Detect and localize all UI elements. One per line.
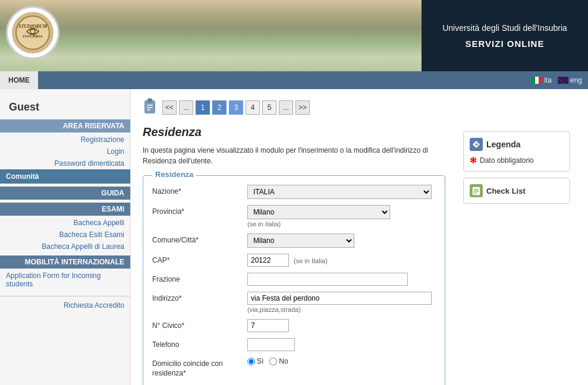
domicilio-no-label[interactable]: No bbox=[269, 357, 288, 365]
telefono-label: Telefono bbox=[152, 338, 247, 349]
cap-label: CAP* bbox=[152, 254, 247, 264]
servizi-online: SERVIZI ONLINE bbox=[466, 39, 545, 49]
sidebar-item-bacheca-laurea[interactable]: Bacheca Appelli di Laurea bbox=[0, 241, 130, 253]
domicilio-no-text: No bbox=[279, 357, 288, 365]
nazione-control: ITALIA bbox=[247, 185, 436, 199]
telefono-row: Telefono bbox=[152, 338, 436, 351]
lang-ita[interactable]: ita bbox=[532, 76, 552, 84]
page-4[interactable]: 4 bbox=[246, 100, 260, 115]
flag-italy bbox=[532, 77, 542, 84]
indirizzo-control: (via,piazza,strada) bbox=[247, 292, 436, 313]
cap-hint: (se in Italia) bbox=[294, 257, 328, 264]
legenda-icon: ✦ bbox=[470, 138, 483, 151]
nazione-select[interactable]: ITALIA bbox=[247, 185, 432, 199]
sidebar-item-bacheca-esiti[interactable]: Bacheca Esiti Esami bbox=[0, 229, 130, 241]
civico-label: N° Civico* bbox=[152, 319, 247, 330]
sidebar-item-bacheca-appelli[interactable]: Bacheca Appelli bbox=[0, 217, 130, 229]
indirizzo-hint: (via,piazza,strada) bbox=[247, 306, 436, 313]
sidebar-item-password[interactable]: Password dimenticata bbox=[0, 157, 130, 169]
lang-ita-label: ita bbox=[544, 76, 552, 84]
civico-input[interactable] bbox=[247, 319, 289, 332]
red-asterisk-icon: ✻ bbox=[470, 156, 477, 165]
domicilio-label: Domicilio coincide con residenza* bbox=[152, 357, 247, 378]
page-prev[interactable]: ... bbox=[179, 100, 193, 115]
frazione-input[interactable] bbox=[247, 273, 408, 286]
frazione-control bbox=[247, 273, 436, 286]
domicilio-si-radio[interactable] bbox=[247, 358, 255, 365]
checklist-label: Check List bbox=[486, 187, 526, 195]
university-name: Università degli Studi dell'Insubria bbox=[442, 23, 567, 34]
sidebar-item-registrazione[interactable]: Registrazione bbox=[0, 134, 130, 146]
indirizzo-input[interactable] bbox=[247, 292, 432, 305]
header: STUDIORUM INSUBRIA Università degli Stud… bbox=[0, 0, 588, 71]
domicilio-si-label[interactable]: Sì bbox=[247, 357, 263, 365]
cap-control: (se in Italia) bbox=[247, 254, 436, 267]
provincia-hint: (se in italia) bbox=[247, 220, 436, 228]
sidebar-item-login[interactable]: Login bbox=[0, 146, 130, 157]
home-button[interactable]: HOME bbox=[0, 71, 38, 89]
telefono-input[interactable] bbox=[247, 338, 295, 351]
sidebar-item-richiesta-accredito[interactable]: Richiesta Accredito bbox=[0, 299, 130, 311]
indirizzo-row: Indirizzo* (via,piazza,strada) bbox=[152, 292, 436, 313]
sidebar-header-guida: GUIDA bbox=[0, 187, 130, 200]
clipboard-icon-pagination bbox=[143, 98, 157, 116]
sidebar: Guest AREA RISERVATA Registrazione Login… bbox=[0, 89, 131, 385]
form-section-title: Residenza bbox=[152, 170, 196, 179]
legenda-label: Legenda bbox=[486, 140, 521, 149]
domicilio-no-radio[interactable] bbox=[269, 358, 277, 365]
header-text-block: Università degli Studi dell'Insubria SER… bbox=[422, 0, 588, 71]
domicilio-si-text: Sì bbox=[257, 357, 263, 365]
civico-control bbox=[247, 319, 436, 332]
main-layout: Guest AREA RISERVATA Registrazione Login… bbox=[0, 89, 588, 385]
sidebar-header-esami: ESAMI bbox=[0, 203, 130, 216]
comune-label: Comune/Città* bbox=[152, 233, 247, 244]
page-1[interactable]: 1 bbox=[196, 100, 210, 115]
comune-row: Comune/Città* Milano bbox=[152, 233, 436, 248]
dato-label: Dato obbligatorio bbox=[480, 156, 534, 165]
provincia-row: Provincia* Milano (se in italia) bbox=[152, 205, 436, 228]
nazione-label: Nazione* bbox=[152, 185, 247, 195]
main-content: << ... 1 2 3 4 5 ... >> Residenza In que… bbox=[131, 89, 588, 385]
provincia-select[interactable]: Milano bbox=[247, 205, 390, 219]
navbar: HOME ita eng bbox=[0, 71, 588, 89]
svg-rect-5 bbox=[147, 99, 152, 102]
page-3[interactable]: 3 bbox=[229, 100, 243, 115]
domicilio-control: Sì No bbox=[247, 357, 436, 365]
pagination: << ... 1 2 3 4 5 ... >> bbox=[143, 98, 576, 116]
sidebar-header-mobilita: MOBILITÀ INTERNAZIONALE bbox=[0, 255, 130, 269]
comune-control: Milano bbox=[247, 233, 436, 248]
flag-england bbox=[558, 77, 568, 84]
svg-point-0 bbox=[16, 16, 49, 49]
university-logo: STUDIORUM INSUBRIA bbox=[6, 6, 59, 59]
dato-obbligatorio: ✻ Dato obbligatorio bbox=[470, 156, 564, 165]
sidebar-item-comunita[interactable]: Comunità bbox=[0, 169, 130, 184]
sidebar-item-application-form[interactable]: Application Form for Incoming students bbox=[0, 270, 130, 290]
page-5[interactable]: 5 bbox=[262, 100, 276, 115]
cap-row: CAP* (se in Italia) bbox=[152, 254, 436, 267]
checklist-title: Check List bbox=[470, 184, 564, 197]
provincia-label: Provincia* bbox=[152, 205, 247, 216]
page-description: In questa pagina viene visualizzato il m… bbox=[143, 145, 445, 166]
indirizzo-label: Indirizzo* bbox=[152, 292, 247, 302]
checklist-box: Check List bbox=[463, 178, 570, 204]
page-prev-prev[interactable]: << bbox=[162, 100, 177, 115]
frazione-label: Frazione bbox=[152, 273, 247, 283]
cap-input[interactable] bbox=[247, 254, 289, 267]
legenda-title: ✦ Legenda bbox=[470, 138, 564, 151]
page-2[interactable]: 2 bbox=[212, 100, 227, 115]
sidebar-user: Guest bbox=[0, 95, 130, 116]
lang-eng[interactable]: eng bbox=[558, 76, 582, 84]
lang-eng-label: eng bbox=[570, 76, 582, 84]
comune-select[interactable]: Milano bbox=[247, 233, 354, 248]
right-panel: ✦ Legenda ✻ Dato obbligatorio bbox=[457, 125, 576, 385]
frazione-row: Frazione bbox=[152, 273, 436, 286]
nazione-row: Nazione* ITALIA bbox=[152, 185, 436, 199]
checklist-icon bbox=[470, 184, 483, 197]
telefono-control bbox=[247, 338, 436, 351]
sidebar-header-area-riservata: AREA RISERVATA bbox=[0, 119, 130, 132]
domicilio-row: Domicilio coincide con residenza* Sì No bbox=[152, 357, 436, 378]
logo-inner: STUDIORUM INSUBRIA bbox=[12, 12, 54, 53]
language-selector: ita eng bbox=[532, 76, 588, 84]
page-next-next[interactable]: >> bbox=[295, 100, 310, 115]
page-next[interactable]: ... bbox=[279, 100, 293, 115]
